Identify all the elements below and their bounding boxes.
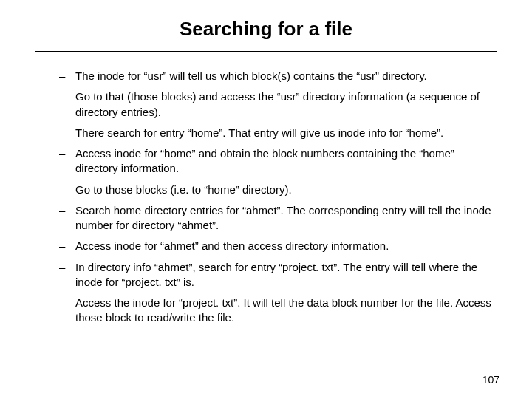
slide: Searching for a file The inode for “usr”… <box>0 0 532 399</box>
bullet-item: Go to that (those blocks) and access the… <box>59 89 497 120</box>
slide-title: Searching for a file <box>35 18 497 41</box>
bullet-item: Access inode for “ahmet” and then access… <box>59 239 497 253</box>
bullet-item: Search home directory entries for “ahmet… <box>59 203 497 233</box>
bullet-item: Access the inode for “project. txt”. It … <box>59 296 497 326</box>
bullet-item: There search for entry “home”. That entr… <box>59 126 497 140</box>
bullet-list: The inode for “usr” will tell us which b… <box>35 69 497 326</box>
bullet-item: The inode for “usr” will tell us which b… <box>59 69 497 83</box>
bullet-item: Access inode for “home” and obtain the b… <box>59 146 497 177</box>
bullet-item: Go to those blocks (i.e. to “home” direc… <box>59 183 497 197</box>
title-divider <box>35 51 497 52</box>
bullet-item: In directory info “ahmet”, search for en… <box>59 260 497 290</box>
page-number: 107 <box>482 374 499 386</box>
